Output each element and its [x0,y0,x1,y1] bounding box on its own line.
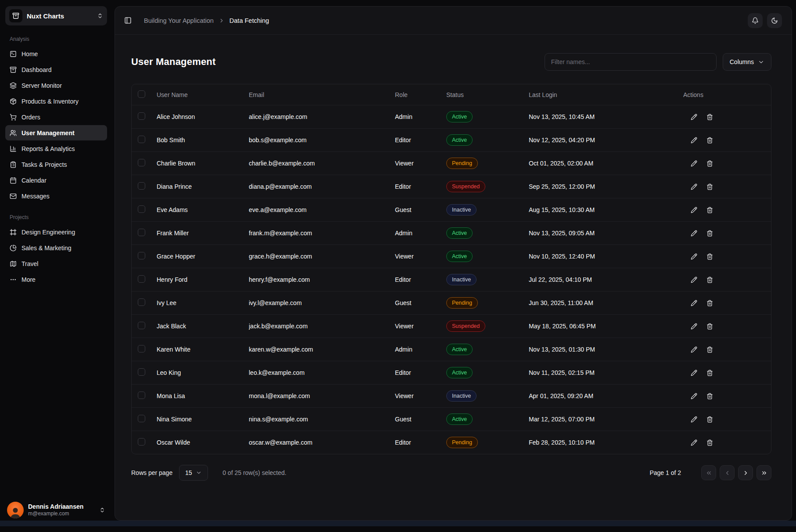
status-badge: Active [446,134,473,146]
clipboard-list-icon [10,161,17,168]
filter-names-input[interactable] [545,53,717,71]
edit-button[interactable] [689,438,699,447]
edit-button[interactable] [689,368,699,377]
status-badge: Inactive [446,274,477,285]
edit-button[interactable] [689,112,699,122]
delete-button[interactable] [705,159,714,168]
sidebar-toggle-button[interactable] [122,15,133,26]
delete-button[interactable] [705,368,714,377]
sidebar-item-travel[interactable]: Travel [5,256,107,271]
sidebar-item-calendar[interactable]: Calendar [5,173,107,188]
delete-button[interactable] [705,136,714,145]
last-page-button[interactable] [757,465,771,480]
edit-button[interactable] [689,205,699,215]
breadcrumb-parent[interactable]: Building Your Application [144,17,214,24]
row-checkbox[interactable] [138,392,145,399]
delete-button[interactable] [705,182,714,191]
column-header-email: Email [249,91,395,98]
pencil-icon [691,439,697,446]
delete-button[interactable] [705,112,714,122]
select-all-checkbox[interactable] [138,90,145,98]
cell-actions [683,112,771,122]
row-checkbox[interactable] [138,252,145,259]
panel-left-icon [124,17,132,24]
edit-button[interactable] [689,392,699,401]
row-checkbox[interactable] [138,322,145,329]
row-checkbox[interactable] [138,415,145,422]
edit-button[interactable] [689,252,699,261]
row-checkbox[interactable] [138,136,145,143]
edit-button[interactable] [689,275,699,284]
chart-pie-icon [10,244,17,252]
sidebar-item-sales-marketing[interactable]: Sales & Marketing [5,240,107,255]
edit-button[interactable] [689,345,699,354]
cell-last-login: Nov 13, 2025, 01:30 PM [529,346,683,353]
delete-button[interactable] [705,205,714,215]
column-header-status: Status [446,91,529,98]
delete-button[interactable] [705,438,714,447]
edit-button[interactable] [689,182,699,191]
first-page-button[interactable] [701,465,716,480]
chevrons-up-down-icon [99,507,105,513]
sidebar-item-orders[interactable]: Orders [5,109,107,125]
row-checkbox[interactable] [138,368,145,376]
sidebar-item-messages[interactable]: Messages [5,188,107,204]
user-profile-button[interactable]: Dennis Adriaansen m@example.com [5,500,107,519]
sidebar: Nuxt Charts AnalysisHomeDashboardServer … [0,0,112,526]
delete-button[interactable] [705,229,714,238]
sidebar-item-home[interactable]: Home [5,46,107,61]
delete-button[interactable] [705,322,714,331]
row-checkbox[interactable] [138,345,145,352]
cell-role: Viewer [395,392,446,399]
cell-last-login: Nov 11, 2025, 02:15 PM [529,369,683,376]
sidebar-item-tasks-projects[interactable]: Tasks & Projects [5,157,107,172]
edit-button[interactable] [689,136,699,145]
row-checkbox[interactable] [138,182,145,190]
sidebar-item-more[interactable]: More [5,272,107,287]
cell-last-login: Nov 12, 2025, 04:20 PM [529,137,683,144]
bottom-edge-strip [0,521,796,526]
row-checkbox-cell [132,182,157,191]
delete-button[interactable] [705,298,714,308]
shopping-cart-icon [10,114,17,121]
theme-toggle-button[interactable] [767,13,782,28]
delete-button[interactable] [705,415,714,424]
workspace-switcher[interactable]: Nuxt Charts [5,6,107,25]
edit-button[interactable] [689,298,699,308]
row-checkbox[interactable] [138,112,145,120]
previous-page-button[interactable] [720,465,735,480]
cell-status: Active [446,367,529,378]
trash-icon [706,323,713,330]
cell-name: Leo King [157,369,249,376]
row-checkbox[interactable] [138,229,145,236]
chevrons-left-icon [706,470,712,476]
sidebar-item-reports-analytics[interactable]: Reports & Analytics [5,141,107,156]
sidebar-item-products-inventory[interactable]: Products & Inventory [5,93,107,109]
delete-button[interactable] [705,345,714,354]
edit-button[interactable] [689,415,699,424]
row-checkbox-cell [132,298,157,307]
row-checkbox[interactable] [138,159,145,166]
edit-button[interactable] [689,229,699,238]
edit-button[interactable] [689,322,699,331]
row-checkbox[interactable] [138,438,145,446]
cell-last-login: Nov 13, 2025, 09:05 AM [529,230,683,237]
row-checkbox[interactable] [138,275,145,283]
delete-button[interactable] [705,275,714,284]
edit-button[interactable] [689,159,699,168]
sidebar-item-dashboard[interactable]: Dashboard [5,62,107,77]
delete-button[interactable] [705,252,714,261]
notifications-button[interactable] [748,13,763,28]
status-badge: Active [446,344,473,355]
row-checkbox[interactable] [138,298,145,306]
trash-icon [706,230,713,237]
status-badge: Inactive [446,390,477,402]
delete-button[interactable] [705,392,714,401]
sidebar-item-server-monitor[interactable]: Server Monitor [5,78,107,93]
row-checkbox[interactable] [138,205,145,213]
rows-per-page-select[interactable]: 15 [179,465,208,481]
next-page-button[interactable] [738,465,753,480]
sidebar-item-user-management[interactable]: User Management [5,125,107,140]
columns-dropdown-button[interactable]: Columns [723,53,771,71]
sidebar-item-design-engineering[interactable]: Design Engineering [5,224,107,240]
